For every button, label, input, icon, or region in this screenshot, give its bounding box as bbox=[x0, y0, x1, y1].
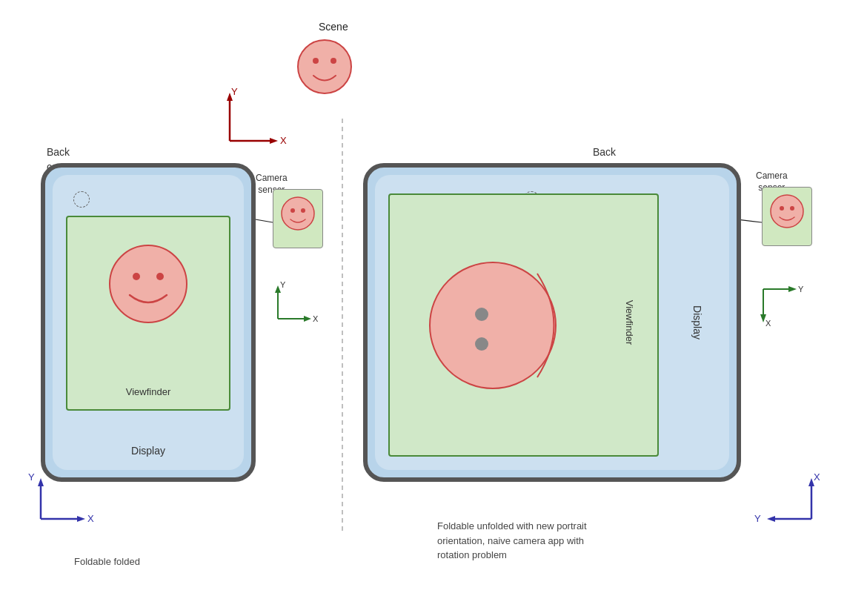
svg-marker-15 bbox=[808, 478, 814, 486]
phone-left: Viewfinder Display bbox=[41, 163, 256, 482]
phone-right: Viewfinder Display bbox=[363, 163, 741, 482]
svg-text:Y: Y bbox=[231, 86, 238, 97]
viewfinder-label-left: Viewfinder bbox=[126, 386, 170, 397]
svg-text:Y: Y bbox=[798, 285, 804, 294]
svg-point-34 bbox=[313, 58, 319, 64]
svg-marker-17 bbox=[767, 516, 775, 522]
svg-point-36 bbox=[110, 245, 187, 322]
svg-marker-21 bbox=[275, 285, 281, 293]
caption-unfolded: Foldable unfolded with new portraitorien… bbox=[437, 519, 587, 563]
svg-text:X: X bbox=[765, 319, 771, 328]
phone-left-screen: Viewfinder Display bbox=[53, 175, 244, 470]
svg-marker-1 bbox=[227, 93, 233, 101]
display-label-right: Display bbox=[691, 305, 703, 340]
sensor-box-left bbox=[273, 189, 323, 248]
viewfinder-right bbox=[388, 193, 659, 457]
svg-text:X: X bbox=[313, 314, 319, 323]
phone-right-screen: Viewfinder Display bbox=[375, 175, 729, 470]
svg-point-41 bbox=[301, 208, 305, 213]
viewfinder-label-right: Viewfinder bbox=[623, 300, 634, 345]
viewfinder-left: Viewfinder bbox=[66, 216, 230, 411]
svg-marker-9 bbox=[38, 478, 44, 486]
svg-text:Y: Y bbox=[28, 471, 35, 483]
svg-text:X: X bbox=[280, 135, 287, 146]
sensor-face-left bbox=[279, 194, 317, 233]
svg-point-43 bbox=[475, 308, 488, 321]
svg-point-45 bbox=[771, 195, 803, 228]
caption-folded: Foldable folded bbox=[74, 556, 140, 567]
svg-marker-11 bbox=[77, 516, 85, 522]
svg-marker-29 bbox=[788, 286, 797, 292]
svg-point-42 bbox=[430, 262, 556, 388]
svg-point-38 bbox=[156, 273, 164, 280]
svg-point-40 bbox=[290, 208, 295, 213]
smiley-left bbox=[104, 239, 193, 328]
sensor-face-right bbox=[768, 192, 806, 231]
svg-point-46 bbox=[780, 206, 784, 211]
svg-point-39 bbox=[282, 197, 314, 230]
svg-marker-23 bbox=[304, 316, 311, 322]
scene-face bbox=[295, 37, 354, 96]
svg-text:Y: Y bbox=[280, 280, 286, 289]
svg-point-47 bbox=[790, 206, 794, 211]
svg-text:Y: Y bbox=[754, 513, 761, 524]
svg-text:X: X bbox=[814, 471, 820, 483]
svg-text:X: X bbox=[87, 513, 94, 524]
scene-label: Scene bbox=[319, 21, 348, 33]
display-label-left: Display bbox=[131, 445, 165, 457]
smiley-right-distorted bbox=[422, 251, 571, 400]
svg-point-33 bbox=[298, 40, 351, 93]
svg-point-35 bbox=[331, 58, 336, 64]
svg-marker-3 bbox=[270, 138, 278, 144]
sensor-box-right bbox=[762, 187, 812, 246]
camera-hole-left bbox=[73, 191, 90, 208]
svg-marker-27 bbox=[760, 314, 766, 322]
svg-point-37 bbox=[133, 273, 140, 280]
svg-point-44 bbox=[475, 337, 488, 351]
